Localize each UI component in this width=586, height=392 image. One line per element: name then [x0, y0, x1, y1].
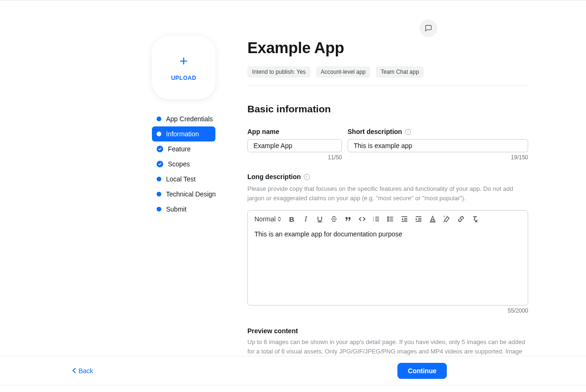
short-desc-input[interactable] [348, 139, 528, 152]
sidebar-item-label: Local Test [166, 175, 196, 183]
text-color-button[interactable] [429, 215, 436, 223]
upload-label: UPLOAD [171, 75, 197, 81]
sidebar-item-label: Technical Design [166, 190, 216, 198]
sidebar-item-local-test[interactable]: Local Test [152, 172, 215, 187]
tag-account-level: Account-level app [316, 66, 370, 78]
tag-row: Intend to publish: Yes Account-level app… [247, 66, 528, 78]
section-title: Basic information [247, 103, 528, 115]
sidebar-item-feature[interactable]: Feature [152, 141, 215, 157]
dot-icon [157, 192, 161, 196]
sidebar-item-label: Scopes [168, 160, 190, 168]
sidebar-item-app-credentials[interactable]: App Credentials [152, 111, 215, 126]
main-content: Example App Intend to publish: Yes Accou… [247, 5, 528, 356]
sidebar-item-information[interactable]: Information [152, 126, 215, 141]
long-desc-label: Long description i [247, 173, 528, 180]
tag-intend-publish: Intend to publish: Yes [247, 66, 310, 78]
strikethrough-button[interactable] [330, 215, 338, 223]
continue-button[interactable]: Continue [397, 363, 447, 379]
sidebar-item-submit[interactable]: Submit [152, 202, 215, 217]
footer: Back Continue [0, 356, 586, 385]
chevron-left-icon [72, 368, 76, 373]
code-button[interactable] [358, 215, 366, 223]
sidebar-item-technical-design[interactable]: Technical Design [152, 187, 215, 202]
check-icon [157, 161, 163, 167]
sidebar-item-label: Feature [168, 145, 190, 153]
check-icon [157, 146, 163, 152]
short-desc-counter: 19/150 [348, 154, 528, 161]
plus-icon: + [180, 54, 188, 68]
ordered-list-button[interactable]: 123 [372, 215, 380, 223]
format-select[interactable]: Normal [254, 215, 281, 223]
long-desc-textarea[interactable]: This is an example app for documentation… [248, 227, 528, 305]
underline-button[interactable] [316, 215, 324, 223]
quote-button[interactable] [344, 215, 352, 223]
back-button[interactable]: Back [72, 367, 93, 375]
svg-point-9 [388, 219, 388, 220]
indent-button[interactable] [415, 215, 422, 223]
nav: App Credentials Information Feature [152, 111, 215, 217]
clear-format-button[interactable] [471, 215, 479, 223]
unordered-list-button[interactable] [387, 215, 394, 223]
rich-text-editor: Normal B I [247, 210, 528, 306]
sidebar-item-label: Submit [166, 205, 187, 213]
long-desc-counter: 55/2000 [247, 307, 528, 314]
outdent-button[interactable] [401, 215, 408, 223]
format-select-label: Normal [254, 215, 276, 223]
short-desc-label-text: Short description [348, 128, 402, 135]
back-label: Back [79, 367, 93, 375]
divider [247, 85, 528, 86]
dot-icon [157, 177, 161, 181]
italic-button[interactable]: I [302, 215, 309, 223]
app-name-counter: 11/50 [247, 154, 342, 161]
short-desc-label: Short description i [348, 128, 528, 135]
info-icon[interactable]: i [405, 129, 411, 135]
editor-toolbar: Normal B I [248, 211, 528, 227]
caret-icon [277, 217, 281, 221]
app-name-field: App name 11/50 [247, 128, 342, 161]
dot-icon [157, 132, 161, 136]
upload-card[interactable]: + UPLOAD [152, 36, 215, 99]
app-name-input[interactable] [247, 139, 342, 152]
long-desc-helper: Please provide copy that focuses on the … [247, 184, 528, 203]
sidebar-item-label: Information [166, 130, 199, 138]
svg-point-10 [388, 220, 388, 221]
dot-icon [157, 207, 161, 212]
tag-team-chat: Team Chat app [376, 66, 423, 78]
short-desc-field: Short description i 19/150 [348, 128, 528, 161]
sidebar-item-scopes[interactable]: Scopes [152, 157, 215, 172]
long-desc-label-text: Long description [247, 173, 301, 180]
svg-text:3: 3 [373, 220, 374, 222]
sidebar-item-label: App Credentials [166, 115, 213, 123]
preview-helper: Up to 6 images can be shown in your app'… [247, 337, 528, 356]
highlight-button[interactable] [443, 215, 451, 223]
sidebar: + UPLOAD App Credentials Information [152, 5, 215, 356]
bold-button[interactable]: B [288, 215, 295, 223]
link-button[interactable] [457, 215, 465, 223]
info-icon[interactable]: i [304, 174, 310, 180]
page-title: Example App [247, 39, 528, 57]
preview-title: Preview content [247, 327, 528, 335]
dot-icon [157, 117, 161, 121]
svg-point-8 [388, 217, 388, 218]
app-name-label: App name [247, 128, 342, 135]
